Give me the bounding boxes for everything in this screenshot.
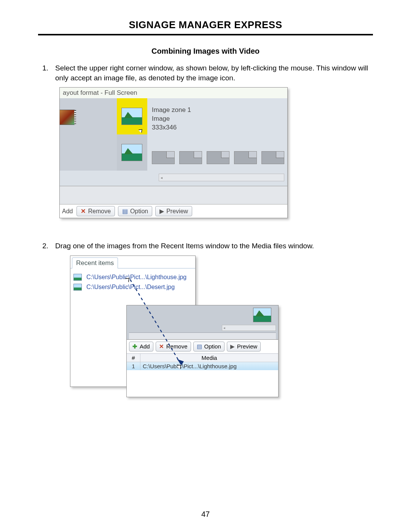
layout-option[interactable]	[152, 151, 175, 164]
add-button[interactable]: ✚ Add	[129, 342, 153, 351]
step-2: 2. Drag one of the images from the Recen…	[38, 241, 373, 251]
button-label: Option	[130, 208, 148, 215]
remove-button[interactable]: ✕ Remove	[76, 206, 115, 216]
step-text: Drag one of the images from the Recent I…	[55, 241, 373, 251]
layout-option[interactable]	[234, 151, 257, 164]
image-zone-2[interactable]	[117, 134, 147, 171]
image-icon	[253, 308, 271, 322]
section-title: Combining Images with Video	[38, 47, 373, 56]
step-1: 1. Select the upper right corner window,…	[38, 63, 373, 83]
recent-item-path: C:\Users\Public\Pict...\Desert.jpg	[86, 284, 175, 291]
media-files-panel: ✚ Add ✕ Remove ▤ Option ▶ Preview # Medi…	[126, 305, 279, 397]
remove-icon: ✕	[159, 343, 164, 350]
button-label: Remove	[88, 208, 111, 215]
step-number: 2.	[38, 241, 55, 251]
preview-button[interactable]: ▶ Preview	[155, 206, 192, 216]
plus-icon: ✚	[132, 343, 137, 350]
button-label: Preview	[237, 343, 257, 350]
column-header-media: Media	[140, 354, 278, 362]
recent-items-list: C:\Users\Public\Pict...\Lighthouse.jpg C…	[70, 268, 195, 296]
button-label: Option	[204, 343, 221, 350]
media-table-header: # Media	[127, 354, 278, 362]
image-icon	[73, 284, 82, 291]
row-number: 1	[127, 362, 140, 370]
layout-option[interactable]	[261, 151, 284, 164]
option-button[interactable]: ▤ Option	[193, 342, 225, 351]
image-icon	[73, 274, 82, 281]
button-label: Preview	[166, 208, 188, 215]
zone-type: Image	[152, 115, 284, 123]
column-header-number: #	[127, 354, 140, 362]
divider-bar	[60, 186, 287, 204]
step-number: 1.	[38, 63, 55, 83]
image-zone-selected[interactable]	[117, 98, 147, 134]
list-icon: ▤	[122, 208, 128, 215]
zone-dimensions: 333x346	[152, 123, 284, 132]
recent-items-tab[interactable]: Recent items	[72, 257, 118, 268]
empty-table-area	[127, 370, 278, 397]
window-title-fragment: ayout format - Full Screen	[60, 88, 287, 98]
step-text: Select the upper right corner window, as…	[55, 63, 373, 83]
screenshot-1: ayout format - Full Screen Image zone 1 …	[59, 87, 288, 218]
layout-template-strip	[152, 151, 284, 164]
layout-option[interactable]	[179, 151, 202, 164]
preview-button[interactable]: ▶ Preview	[227, 342, 261, 351]
list-icon: ▤	[197, 343, 202, 350]
row-media-path: C:\Users\Public\Pict...\Lighthouse.jpg	[140, 362, 278, 370]
remove-button[interactable]: ✕ Remove	[156, 342, 191, 351]
recent-item[interactable]: C:\Users\Public\Pict...\Desert.jpg	[73, 282, 193, 292]
play-icon: ▶	[159, 208, 164, 215]
media-strip	[60, 98, 117, 171]
page-number: 47	[0, 510, 411, 519]
layout-option[interactable]	[207, 151, 229, 164]
button-label: Add	[140, 343, 150, 350]
zone-column	[117, 98, 147, 171]
toolbar: ✚ Add ✕ Remove ▤ Option ▶ Preview	[127, 340, 278, 354]
add-label-fragment[interactable]: Add	[62, 208, 73, 215]
video-thumbnail-icon[interactable]	[59, 110, 75, 125]
cursor-icon	[178, 363, 182, 369]
layout-preview-area	[127, 305, 278, 340]
horizontal-scrollbar[interactable]	[159, 174, 284, 181]
page-header: SIGNAGE MANAGER EXPRESS	[38, 19, 373, 35]
image-icon	[121, 108, 142, 125]
divider-bar	[129, 332, 276, 339]
toolbar: Add ✕ Remove ▤ Option ▶ Preview	[60, 204, 287, 218]
button-label: Remove	[166, 343, 188, 350]
zone-info-panel: Image zone 1 Image 333x346	[147, 98, 287, 171]
recent-item[interactable]: C:\Users\Public\Pict...\Lighthouse.jpg	[73, 272, 193, 282]
image-icon	[121, 144, 142, 161]
recent-item-path: C:\Users\Public\Pict...\Lighthouse.jpg	[86, 274, 186, 281]
cursor-icon	[139, 128, 144, 133]
zone-name: Image zone 1	[152, 106, 284, 115]
cursor-icon	[126, 276, 130, 282]
remove-icon: ✕	[81, 208, 86, 215]
screenshot-2: Recent items C:\Users\Public\Pict...\Lig…	[70, 256, 276, 387]
option-button[interactable]: ▤ Option	[118, 206, 152, 216]
play-icon: ▶	[230, 343, 235, 350]
media-table-row-selected[interactable]: 1 C:\Users\Public\Pict...\Lighthouse.jpg	[127, 362, 278, 370]
horizontal-scrollbar[interactable]	[222, 325, 276, 331]
